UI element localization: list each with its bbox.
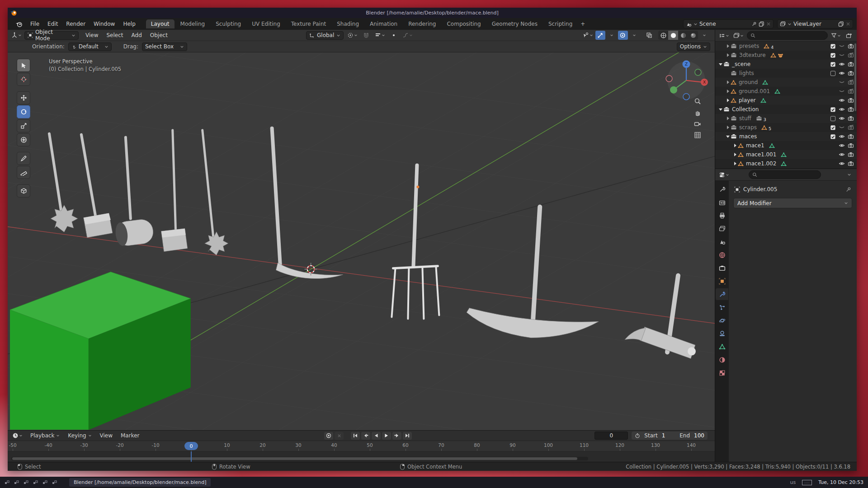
properties-tab-texture[interactable] bbox=[716, 367, 728, 379]
disable-in-renders-toggle[interactable] bbox=[847, 97, 855, 103]
expand-icon[interactable] bbox=[725, 99, 731, 102]
previous-keyframe-button[interactable] bbox=[361, 432, 370, 440]
xray-toggle[interactable] bbox=[644, 31, 654, 40]
expand-icon[interactable] bbox=[725, 117, 731, 120]
hide-in-viewport-toggle[interactable] bbox=[838, 151, 846, 158]
outliner-row-mace1[interactable]: mace1 bbox=[715, 141, 857, 150]
orientation-default-dropdown[interactable]: Default bbox=[68, 42, 112, 51]
expand-icon[interactable] bbox=[725, 44, 731, 48]
hide-in-viewport-toggle[interactable] bbox=[838, 79, 846, 85]
workspace-tab-modeling[interactable]: Modeling bbox=[175, 19, 210, 28]
viewport-menu-select[interactable]: Select bbox=[102, 31, 127, 40]
properties-editor-type-dropdown[interactable] bbox=[718, 170, 730, 179]
expand-icon[interactable] bbox=[732, 153, 738, 156]
gizmo-dropdown[interactable] bbox=[607, 31, 617, 40]
outliner-row-stuff[interactable]: stuff3 bbox=[715, 114, 857, 123]
disable-in-renders-toggle[interactable] bbox=[847, 88, 855, 94]
hide-in-viewport-toggle[interactable] bbox=[838, 142, 846, 149]
win-min-icon[interactable] bbox=[5, 480, 10, 485]
win-group-icon[interactable] bbox=[42, 480, 48, 485]
exclude-checkbox[interactable] bbox=[829, 61, 837, 67]
keying-set-button[interactable] bbox=[335, 432, 344, 440]
options-dropdown[interactable]: Options bbox=[677, 42, 710, 51]
hide-in-viewport-toggle[interactable] bbox=[838, 61, 846, 67]
new-collection-button[interactable] bbox=[844, 31, 854, 40]
proportional-editing-icon[interactable] bbox=[389, 31, 399, 40]
pan-hand-icon[interactable] bbox=[694, 109, 701, 116]
auto-keying-toggle[interactable] bbox=[324, 432, 333, 440]
add-workspace-button[interactable]: + bbox=[577, 19, 588, 28]
expand-icon[interactable] bbox=[725, 89, 731, 93]
properties-search-input[interactable] bbox=[749, 170, 821, 179]
overlays-dropdown[interactable] bbox=[629, 31, 639, 40]
shading-material-button[interactable] bbox=[678, 31, 688, 40]
hide-in-viewport-toggle[interactable] bbox=[838, 133, 846, 140]
menu-file[interactable]: File bbox=[26, 19, 43, 28]
pin-icon[interactable] bbox=[845, 187, 851, 192]
properties-tab-modifiers[interactable] bbox=[716, 288, 728, 300]
outliner-row-maces[interactable]: maces bbox=[715, 132, 857, 141]
properties-tab-data[interactable] bbox=[716, 341, 728, 352]
collapse-icon[interactable] bbox=[718, 63, 723, 66]
collapse-icon[interactable] bbox=[725, 136, 731, 138]
frame-range-fields[interactable]: Start 1 End 100 bbox=[632, 432, 708, 440]
properties-tab-world[interactable] bbox=[716, 249, 728, 261]
hide-in-viewport-toggle[interactable] bbox=[838, 160, 846, 167]
title-bar[interactable]: Blender [/home/amalie/Desktop/blender/ma… bbox=[8, 8, 857, 18]
disable-in-renders-toggle[interactable] bbox=[847, 160, 855, 167]
outliner-row-ground[interactable]: ground bbox=[715, 78, 857, 87]
tool-add-cube-button[interactable] bbox=[17, 184, 30, 197]
remove-viewlayer-icon[interactable] bbox=[846, 22, 850, 26]
outliner-row-mace1.001[interactable]: mace1.001 bbox=[715, 150, 857, 159]
next-keyframe-button[interactable] bbox=[392, 432, 401, 440]
show-overlays-toggle[interactable] bbox=[618, 31, 628, 40]
outliner-row-presets[interactable]: presets4 bbox=[715, 42, 857, 51]
show-gizmo-toggle[interactable] bbox=[595, 31, 605, 40]
disable-in-renders-toggle[interactable] bbox=[847, 115, 855, 122]
collapse-icon[interactable] bbox=[718, 108, 723, 111]
shading-wireframe-button[interactable] bbox=[658, 31, 668, 40]
properties-tab-render[interactable] bbox=[716, 197, 728, 208]
hide-in-viewport-toggle[interactable] bbox=[838, 88, 846, 94]
disable-in-renders-toggle[interactable] bbox=[847, 133, 855, 140]
exclude-checkbox[interactable] bbox=[829, 43, 837, 49]
unlink-scene-icon[interactable] bbox=[766, 22, 771, 26]
win-tile-icon[interactable] bbox=[14, 480, 19, 485]
camera-view-icon[interactable] bbox=[694, 120, 701, 127]
outliner-row-_scene[interactable]: _scene bbox=[715, 60, 857, 69]
hide-in-viewport-toggle[interactable] bbox=[838, 115, 846, 122]
hide-in-viewport-toggle[interactable] bbox=[838, 43, 846, 49]
outliner-row-scraps[interactable]: scraps5 bbox=[715, 123, 857, 132]
exclude-checkbox[interactable] bbox=[829, 134, 837, 140]
proportional-falloff-dropdown[interactable] bbox=[401, 31, 414, 40]
play-reverse-button[interactable] bbox=[372, 432, 381, 440]
3d-viewport[interactable]: Z X User Perspective (0) Collection | Cy… bbox=[8, 52, 715, 430]
timeline-menu-keying[interactable]: Keying bbox=[64, 431, 95, 440]
properties-tab-view-layer[interactable] bbox=[716, 223, 728, 235]
disable-in-renders-toggle[interactable] bbox=[847, 124, 855, 131]
expand-icon[interactable] bbox=[732, 162, 738, 165]
snap-toggle-magnet-icon[interactable] bbox=[361, 31, 371, 40]
current-frame-field[interactable]: 0 bbox=[594, 432, 628, 440]
disable-in-renders-toggle[interactable] bbox=[847, 43, 855, 49]
disable-in-renders-toggle[interactable] bbox=[847, 79, 855, 85]
expand-icon[interactable] bbox=[725, 80, 731, 84]
properties-options-dropdown[interactable] bbox=[844, 170, 854, 179]
properties-tab-collection[interactable] bbox=[716, 262, 728, 274]
play-button[interactable] bbox=[382, 432, 391, 440]
snap-settings-dropdown[interactable] bbox=[374, 31, 386, 40]
viewport-menu-object[interactable]: Object bbox=[146, 31, 172, 40]
outliner-display-mode-dropdown[interactable] bbox=[718, 31, 730, 40]
shading-rendered-button[interactable] bbox=[688, 31, 698, 40]
tool-select-box-button[interactable] bbox=[17, 59, 30, 72]
keyboard-layout-indicator[interactable]: us bbox=[790, 479, 796, 485]
properties-tab-scene[interactable] bbox=[716, 236, 728, 248]
exclude-checkbox[interactable] bbox=[829, 52, 837, 58]
timeline-menu-marker[interactable]: Marker bbox=[117, 431, 143, 440]
properties-tab-tool[interactable] bbox=[716, 183, 728, 195]
properties-tab-material[interactable] bbox=[716, 354, 728, 366]
hide-in-viewport-toggle[interactable] bbox=[838, 97, 846, 103]
playhead[interactable]: 0 bbox=[184, 442, 198, 450]
exclude-checkbox[interactable] bbox=[829, 125, 837, 131]
workspace-tab-layout[interactable]: Layout bbox=[146, 19, 175, 28]
